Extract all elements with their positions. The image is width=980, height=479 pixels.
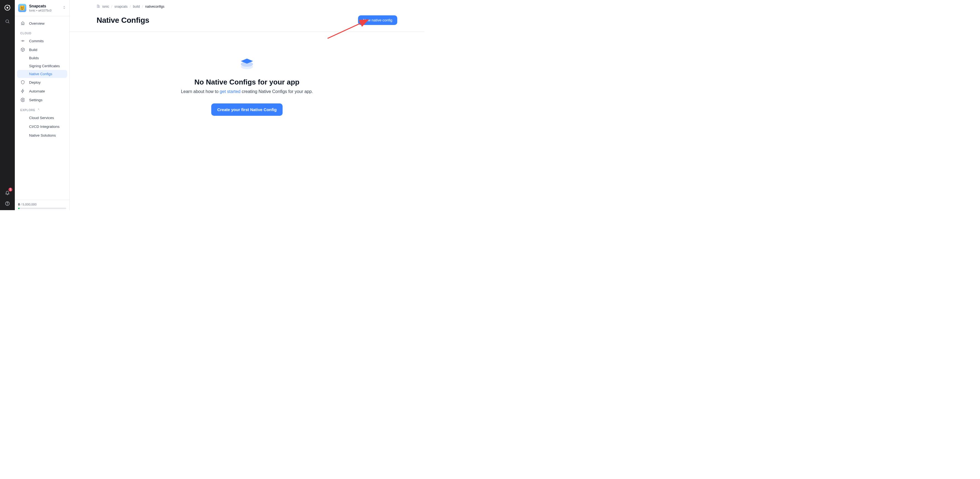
sidebar-item-automate[interactable]: Automate [17, 87, 67, 95]
app-rail: 1 [0, 0, 15, 210]
lightning-icon [20, 89, 25, 94]
commit-icon [20, 38, 25, 43]
breadcrumb-ionic[interactable]: ionic [102, 5, 109, 8]
sidebar-item-label: Commits [29, 39, 44, 43]
page-title: Native Configs [97, 16, 149, 25]
sidebar-item-settings[interactable]: Settings [17, 95, 67, 104]
create-first-config-button[interactable]: Create your first Native Config [211, 103, 283, 116]
cube-icon [20, 47, 25, 52]
breadcrumb-build[interactable]: build [133, 5, 140, 8]
notification-badge: 1 [8, 188, 12, 191]
empty-lead: Learn about how to get started creating … [159, 89, 335, 94]
svg-point-2 [9, 5, 10, 6]
app-logo[interactable] [3, 4, 11, 11]
sidebar-item-native-solutions[interactable]: Native Solutions [17, 131, 67, 140]
usage-footer: 0 / 5,000,000 [15, 200, 69, 210]
sidebar-section-cloud: CLOUD [17, 28, 67, 37]
empty-title: No Native Configs for your app [159, 78, 335, 86]
sidebar-sub-native-configs[interactable]: Native Configs [17, 70, 67, 78]
notifications-icon[interactable]: 1 [3, 189, 11, 196]
sidebar-section-explore: EXPLORE [17, 104, 67, 113]
sidebar-item-cicd[interactable]: CI/CD Integrations [17, 122, 67, 131]
sidebar-item-label: Automate [29, 89, 45, 93]
main-content: ionic / snapcats / build / nativeconfigs… [70, 0, 424, 210]
svg-rect-17 [99, 6, 100, 8]
usage-bar [18, 208, 66, 209]
sidebar: Snapcats Ionic • a41075c0 Overview CLOUD… [15, 0, 70, 210]
sidebar-sub-builds[interactable]: Builds [17, 54, 67, 62]
building-icon [97, 5, 100, 9]
breadcrumb: ionic / snapcats / build / nativeconfigs [70, 3, 424, 9]
sidebar-item-label: Deploy [29, 80, 41, 84]
empty-state: No Native Configs for your app Learn abo… [159, 57, 335, 116]
global-search-icon[interactable] [3, 18, 11, 25]
sidebar-sub-signing[interactable]: Signing Certificates [17, 62, 67, 70]
shield-icon [20, 80, 25, 85]
sidebar-item-build[interactable]: Build [17, 45, 67, 54]
usage-total: 5,000,000 [22, 203, 37, 206]
svg-point-6 [7, 204, 8, 205]
sparkle-icon [37, 108, 40, 111]
sidebar-item-commits[interactable]: Commits [17, 37, 67, 45]
svg-point-8 [21, 7, 22, 8]
sidebar-item-label: CI/CD Integrations [29, 124, 59, 129]
gear-icon [20, 97, 25, 102]
svg-point-13 [22, 99, 23, 100]
sidebar-item-label: Native Solutions [29, 133, 56, 137]
breadcrumb-current: nativeconfigs [145, 5, 164, 8]
sidebar-item-label: Settings [29, 98, 43, 102]
svg-point-14 [39, 110, 40, 110]
sidebar-item-label: Build [29, 48, 37, 52]
svg-point-9 [22, 7, 23, 8]
help-icon[interactable] [3, 200, 11, 207]
svg-line-4 [8, 22, 9, 23]
sidebar-item-label: Cloud Services [29, 116, 54, 120]
app-switcher[interactable]: Snapcats Ionic • a41075c0 [15, 0, 69, 16]
svg-rect-7 [20, 6, 25, 10]
home-icon [20, 21, 25, 26]
svg-point-10 [22, 40, 23, 41]
breadcrumb-app[interactable]: snapcats [115, 5, 127, 8]
page-header: Native Configs New native config [70, 9, 424, 32]
sidebar-item-overview[interactable]: Overview [17, 19, 67, 28]
sidebar-nav: Overview CLOUD Commits Build Builds Sign… [15, 16, 69, 200]
new-native-config-button[interactable]: New native config [358, 15, 397, 25]
sidebar-item-label: Overview [29, 21, 45, 25]
app-avatar-icon [18, 4, 26, 12]
app-name: Snapcats [29, 4, 52, 8]
chevron-updown-icon [62, 5, 66, 10]
svg-point-3 [6, 20, 9, 23]
sidebar-item-deploy[interactable]: Deploy [17, 78, 67, 87]
app-subtitle: Ionic • a41075c0 [29, 9, 52, 12]
svg-point-15 [38, 110, 38, 111]
svg-point-1 [6, 7, 8, 8]
sidebar-item-cloud-services[interactable]: Cloud Services [17, 113, 67, 122]
get-started-link[interactable]: get started [220, 89, 240, 94]
layers-icon [239, 57, 255, 70]
